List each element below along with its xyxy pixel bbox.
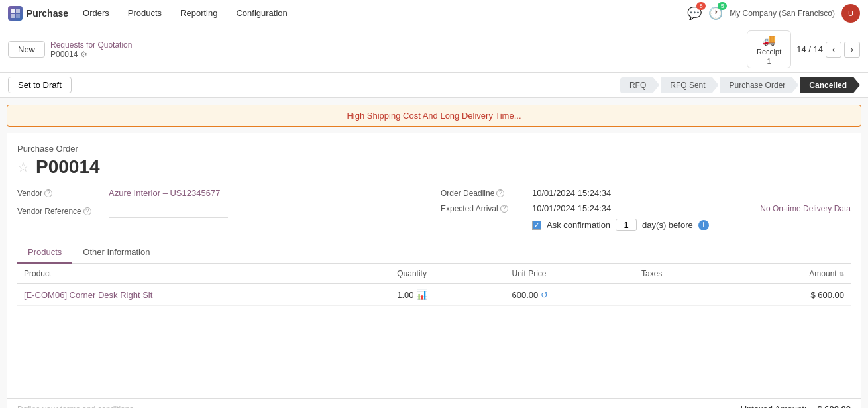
refresh-icon[interactable]: ↺ xyxy=(541,290,548,300)
top-navigation: Purchase Orders Products Reporting Confi… xyxy=(0,0,868,26)
activities-badge: 5 xyxy=(718,2,727,10)
order-deadline-label: Order Deadline ? xyxy=(441,189,527,198)
form-footer: Define your terms and conditions ... Unt… xyxy=(7,398,861,408)
col-product: Product xyxy=(17,264,390,284)
confirmation-days-input[interactable] xyxy=(616,219,637,231)
expected-arrival-row: Expected Arrival ? 10/01/2024 15:24:34 N… xyxy=(441,203,851,213)
step-rfq-sent[interactable]: RFQ Sent xyxy=(661,77,718,93)
form-section-label: Purchase Order xyxy=(17,144,851,154)
prev-page-button[interactable]: ‹ xyxy=(826,42,841,58)
vendor-help-icon: ? xyxy=(44,189,52,197)
product-table: Product Quantity Unit Price Taxes Amount… xyxy=(17,264,851,306)
user-avatar[interactable]: U xyxy=(841,4,860,23)
cell-quantity: 1.00 📊 xyxy=(390,284,505,306)
po-number-row: ☆ P00014 xyxy=(17,156,851,178)
nav-reporting[interactable]: Reporting xyxy=(171,0,227,26)
breadcrumb-title[interactable]: Requests for Quotation xyxy=(50,40,132,50)
status-steps: RFQ RFQ Sent Purchase Order Cancelled xyxy=(620,77,860,93)
svg-rect-0 xyxy=(11,9,15,13)
vendor-reference-label: Vendor Reference ? xyxy=(17,207,103,216)
step-purchase-order[interactable]: Purchase Order xyxy=(720,77,799,93)
checkmark-icon: ✓ xyxy=(534,221,539,229)
alert-banner: High Shipping Cost And Long Delivery Tim… xyxy=(7,105,861,127)
step-rfq[interactable]: RFQ xyxy=(620,77,659,93)
chart-icon[interactable]: 📊 xyxy=(416,289,427,300)
company-label: My Company (San Francisco) xyxy=(730,9,835,18)
quantity-value: 1.00 xyxy=(397,290,413,300)
ask-confirmation-checkbox[interactable]: ✓ xyxy=(532,221,541,230)
svg-rect-3 xyxy=(16,14,20,18)
col-quantity: Quantity xyxy=(390,264,505,284)
vendor-value[interactable]: Azure Interior – US12345677 xyxy=(109,188,220,198)
order-deadline-value[interactable]: 10/01/2024 15:24:34 xyxy=(532,188,611,198)
receipt-button[interactable]: 🚚 Receipt 1 xyxy=(747,30,791,68)
cell-taxes xyxy=(635,284,724,306)
pagination-label: 14 / 14 xyxy=(796,44,823,54)
product-link[interactable]: [E-COM06] Corner Desk Right Sit xyxy=(24,290,152,300)
expected-arrival-value[interactable]: 10/01/2024 15:24:34 xyxy=(532,203,611,213)
ask-confirmation-row: ✓ Ask confirmation day(s) before i xyxy=(532,219,851,231)
ask-confirmation-label: Ask confirmation xyxy=(547,220,610,230)
no-delivery-label: No On-time Delivery Data xyxy=(760,204,851,213)
tab-products[interactable]: Products xyxy=(17,242,72,264)
po-number: P00014 xyxy=(36,156,100,178)
order-deadline-row: Order Deadline ? 10/01/2024 15:24:34 xyxy=(441,188,851,198)
sort-icon[interactable]: ⇅ xyxy=(839,270,844,278)
col-taxes: Taxes xyxy=(635,264,724,284)
col-amount: Amount ⇅ xyxy=(724,264,851,284)
messages-icon[interactable]: 💬 8 xyxy=(687,6,702,21)
cell-product: [E-COM06] Corner Desk Right Sit xyxy=(17,284,390,306)
nav-configuration[interactable]: Configuration xyxy=(227,0,296,26)
cell-unit-price: 600.00 ↺ xyxy=(506,284,635,306)
days-before-label: day(s) before xyxy=(642,220,693,230)
set-to-draft-button[interactable]: Set to Draft xyxy=(8,77,72,93)
vendor-label: Vendor ? xyxy=(17,189,103,198)
nav-products[interactable]: Products xyxy=(119,0,171,26)
tabs: Products Other Information xyxy=(17,242,851,264)
brand-logo[interactable]: Purchase xyxy=(8,6,68,21)
form-fields: Vendor ? Azure Interior – US12345677 Ven… xyxy=(17,188,851,231)
table-row: [E-COM06] Corner Desk Right Sit 1.00 📊 6… xyxy=(17,284,851,306)
expected-arrival-help-icon: ? xyxy=(500,205,508,213)
gear-icon[interactable]: ⚙ xyxy=(80,50,87,59)
receipt-count: 1 xyxy=(767,57,771,65)
favorite-icon[interactable]: ☆ xyxy=(17,159,29,175)
new-button[interactable]: New xyxy=(8,41,45,58)
tab-other-information[interactable]: Other Information xyxy=(72,242,160,264)
toolbar: New Requests for Quotation P00014 ⚙ 🚚 Re… xyxy=(0,26,868,73)
order-deadline-help-icon: ? xyxy=(496,189,504,197)
expected-arrival-label: Expected Arrival ? xyxy=(441,204,527,213)
main-content: Purchase Order ☆ P00014 Vendor ? Azure I… xyxy=(7,133,861,398)
receipt-label: Receipt xyxy=(757,48,781,56)
brand-label: Purchase xyxy=(27,8,68,19)
next-page-button[interactable]: › xyxy=(844,42,860,58)
breadcrumb: Requests for Quotation P00014 ⚙ xyxy=(50,40,132,59)
vendor-ref-help-icon: ? xyxy=(83,207,91,215)
activities-icon[interactable]: 🕐 5 xyxy=(708,6,723,21)
step-cancelled[interactable]: Cancelled xyxy=(800,77,860,93)
footer-total: Untaxed Amount: $ 600.00 xyxy=(741,404,851,408)
brand-icon xyxy=(8,6,23,21)
unit-price-value: 600.00 xyxy=(512,290,539,300)
alert-message: High Shipping Cost And Long Delivery Tim… xyxy=(347,111,521,121)
svg-rect-2 xyxy=(11,14,15,18)
messages-badge: 8 xyxy=(696,2,706,10)
vendor-reference-input[interactable] xyxy=(109,205,228,218)
untaxed-value: $ 600.00 xyxy=(817,404,851,408)
breadcrumb-id: P00014 xyxy=(50,50,78,59)
pagination: 14 / 14 ‹ › xyxy=(796,42,860,58)
nav-orders[interactable]: Orders xyxy=(74,0,119,26)
info-icon[interactable]: i xyxy=(698,220,709,230)
col-unit-price: Unit Price xyxy=(506,264,635,284)
svg-rect-1 xyxy=(16,9,20,13)
status-bar: Set to Draft RFQ RFQ Sent Purchase Order… xyxy=(0,73,868,98)
untaxed-label: Untaxed Amount: xyxy=(741,404,807,408)
cell-amount: $ 600.00 xyxy=(724,284,851,306)
terms-placeholder[interactable]: Define your terms and conditions ... xyxy=(17,405,142,409)
right-col: Order Deadline ? 10/01/2024 15:24:34 Exp… xyxy=(441,188,851,231)
